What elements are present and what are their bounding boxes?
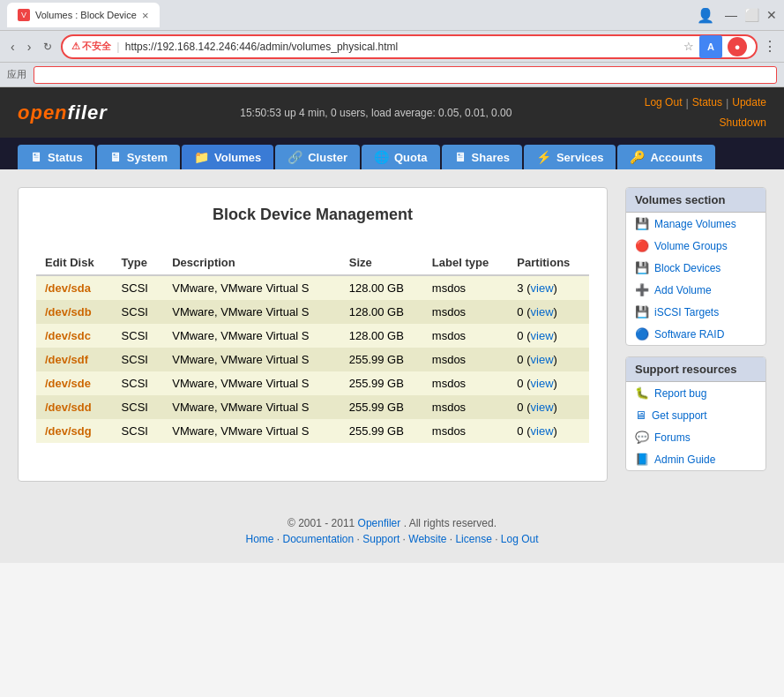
col-header-type: Type — [113, 251, 164, 275]
view-partitions-link[interactable]: view — [531, 329, 554, 342]
cluster-tab-icon: 🔗 — [287, 150, 302, 164]
footer-license-link[interactable]: License — [455, 533, 491, 545]
table-row: /dev/sda SCSI VMware, VMware Virtual S 1… — [36, 275, 589, 300]
view-partitions-link[interactable]: view — [531, 424, 554, 438]
browser-titlebar: V Volumes : Block Device × 👤 — ⬜ ✕ — [0, 0, 784, 31]
partitions-cell: 0 (view) — [508, 348, 589, 371]
add-volume-link[interactable]: ➕ Add Volume — [626, 279, 765, 301]
add-volume-icon: ➕ — [635, 283, 649, 296]
bookmark-star-icon[interactable]: ☆ — [683, 40, 694, 53]
table-row: /dev/sdf SCSI VMware, VMware Virtual S 2… — [36, 348, 589, 371]
forward-button[interactable]: › — [24, 36, 35, 57]
tab-close-icon[interactable]: × — [142, 9, 149, 22]
get-support-icon: 🖥 — [635, 408, 646, 422]
tab-volumes[interactable]: 📁 Volumes — [182, 145, 273, 169]
footer-support-link[interactable]: Support — [362, 533, 399, 545]
volumes-section: Volumes section 💾 Manage Volumes 🔴 Volum… — [625, 187, 766, 346]
disk-cell: /dev/sdb — [36, 300, 113, 324]
volumes-tab-icon: 📁 — [194, 150, 209, 164]
table-row: /dev/sde SCSI VMware, VMware Virtual S 2… — [36, 371, 589, 395]
tab-system[interactable]: 🖥 System — [97, 145, 180, 169]
restore-icon[interactable]: ⬜ — [744, 8, 759, 22]
type-cell: SCSI — [113, 395, 164, 419]
volume-groups-link[interactable]: 🔴 Volume Groups — [626, 235, 765, 257]
tab-status[interactable]: 🖥 Status — [18, 145, 95, 169]
manage-volumes-link[interactable]: 💾 Manage Volumes — [626, 213, 765, 235]
footer-logout-link[interactable]: Log Out — [501, 533, 539, 545]
more-options-icon[interactable]: ⋮ — [763, 38, 777, 55]
view-partitions-link[interactable]: view — [531, 377, 554, 390]
software-raid-label: Software RAID — [654, 328, 724, 341]
logout-link[interactable]: Log Out — [645, 96, 683, 109]
disk-link[interactable]: /dev/sdb — [45, 305, 92, 319]
tab-quota[interactable]: 🌐 Quota — [362, 145, 440, 169]
footer-website-link[interactable]: Website — [408, 533, 446, 545]
disk-link[interactable]: /dev/sda — [45, 281, 91, 295]
minimize-icon[interactable]: — — [725, 8, 737, 22]
tab-favicon-icon: V — [18, 9, 30, 21]
software-raid-link[interactable]: 🔵 Software RAID — [626, 323, 765, 345]
extension-a-button[interactable]: A — [699, 35, 722, 58]
footer-openfiler-link[interactable]: Openfiler — [358, 517, 401, 529]
view-partitions-link[interactable]: view — [531, 305, 554, 319]
browser-tab[interactable]: V Volumes : Block Device × — [7, 3, 160, 27]
address-bar[interactable]: ⚠ 不安全 | https://192.168.142.246:446/admi… — [61, 34, 758, 59]
disk-link[interactable]: /dev/sdg — [45, 424, 92, 438]
type-cell: SCSI — [113, 275, 164, 300]
iscsi-targets-link[interactable]: 💾 iSCSI Targets — [626, 301, 765, 323]
quota-tab-icon: 🌐 — [374, 150, 389, 164]
tab-cluster[interactable]: 🔗 Cluster — [275, 145, 360, 169]
disk-cell: /dev/sdf — [36, 348, 113, 371]
close-icon[interactable]: ✕ — [766, 8, 777, 22]
tab-title: Volumes : Block Device — [35, 10, 137, 20]
disk-link[interactable]: /dev/sdc — [45, 329, 91, 342]
manage-volumes-icon: 💾 — [635, 217, 649, 230]
get-support-link[interactable]: 🖥 Get support — [626, 404, 765, 426]
tab-services[interactable]: ⚡ Services — [524, 145, 616, 169]
description-cell: VMware, VMware Virtual S — [163, 371, 340, 395]
view-partitions-link[interactable]: view — [531, 281, 554, 295]
footer-rights: . All rights reserved. — [404, 517, 497, 529]
header-actions: Log Out | Status | Update Shutdown — [645, 96, 766, 129]
status-link[interactable]: Status — [692, 96, 722, 109]
admin-guide-link[interactable]: 📘 Admin Guide — [626, 448, 765, 470]
disk-link[interactable]: /dev/sdf — [45, 353, 88, 366]
block-devices-icon: 💾 — [635, 261, 649, 274]
size-cell: 255.99 GB — [340, 371, 423, 395]
status-tab-icon: 🖥 — [30, 150, 42, 164]
sidebar: Volumes section 💾 Manage Volumes 🔴 Volum… — [625, 187, 766, 482]
back-button[interactable]: ‹ — [7, 36, 19, 57]
view-partitions-link[interactable]: view — [531, 401, 554, 414]
footer-documentation-link[interactable]: Documentation — [283, 533, 355, 545]
report-bug-label: Report bug — [654, 387, 706, 400]
footer-home-link[interactable]: Home — [245, 533, 273, 545]
admin-guide-label: Admin Guide — [654, 453, 715, 466]
admin-guide-icon: 📘 — [635, 453, 649, 466]
refresh-button[interactable]: ↻ — [40, 37, 56, 56]
page-footer: © 2001 - 2011 Openfiler . All rights res… — [0, 499, 784, 563]
extension-red-button[interactable]: ● — [728, 37, 747, 56]
view-partitions-link[interactable]: view — [531, 353, 554, 366]
type-cell: SCSI — [113, 371, 164, 395]
tab-accounts[interactable]: 🔑 Accounts — [617, 145, 714, 169]
disk-link[interactable]: /dev/sde — [45, 377, 91, 390]
size-cell: 255.99 GB — [340, 395, 423, 419]
block-devices-link[interactable]: 💾 Block Devices — [626, 257, 765, 279]
partitions-cell: 0 (view) — [508, 419, 589, 443]
type-cell: SCSI — [113, 300, 164, 324]
table-row: /dev/sdb SCSI VMware, VMware Virtual S 1… — [36, 300, 589, 324]
description-cell: VMware, VMware Virtual S — [163, 275, 340, 300]
update-link[interactable]: Update — [732, 96, 766, 109]
table-row: /dev/sdg SCSI VMware, VMware Virtual S 2… — [36, 419, 589, 443]
forums-label: Forums — [654, 431, 691, 444]
table-row: /dev/sdc SCSI VMware, VMware Virtual S 1… — [36, 324, 589, 348]
tab-shares[interactable]: 🖥 Shares — [442, 145, 522, 169]
disk-cell: /dev/sde — [36, 371, 113, 395]
report-bug-link[interactable]: 🐛 Report bug — [626, 382, 765, 404]
bookmarks-input[interactable] — [34, 66, 777, 84]
disk-link[interactable]: /dev/sdd — [45, 401, 92, 414]
security-warning-icon: ⚠ 不安全 — [71, 40, 111, 53]
description-cell: VMware, VMware Virtual S — [163, 300, 340, 324]
forums-link[interactable]: 💬 Forums — [626, 426, 765, 448]
shutdown-link[interactable]: Shutdown — [720, 116, 766, 129]
